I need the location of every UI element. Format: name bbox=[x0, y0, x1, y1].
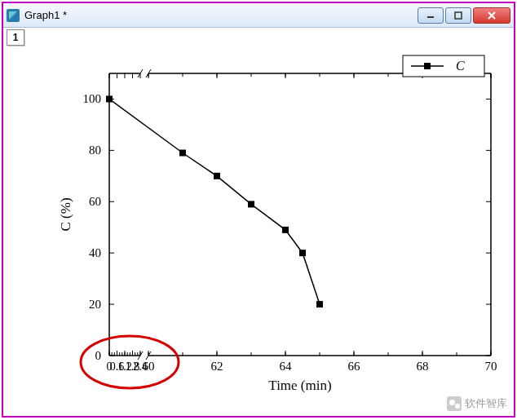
svg-text:20: 20 bbox=[89, 298, 101, 311]
svg-text:64: 64 bbox=[280, 360, 293, 373]
maximize-button[interactable] bbox=[445, 7, 471, 24]
layer-tab-1[interactable]: 1 bbox=[7, 29, 24, 46]
svg-rect-107 bbox=[299, 250, 306, 256]
svg-text:68: 68 bbox=[417, 360, 429, 373]
svg-text:70: 70 bbox=[485, 360, 497, 373]
client-area: 1 02040608010000.61.21.82.4606264666870T… bbox=[3, 28, 514, 416]
svg-text:60: 60 bbox=[143, 360, 155, 373]
svg-text:100: 100 bbox=[83, 92, 102, 105]
svg-text:0: 0 bbox=[95, 349, 102, 362]
svg-text:40: 40 bbox=[89, 246, 101, 259]
svg-text:80: 80 bbox=[89, 144, 101, 157]
svg-rect-105 bbox=[248, 201, 254, 207]
svg-rect-104 bbox=[214, 173, 220, 179]
svg-rect-111 bbox=[424, 63, 431, 69]
svg-text:66: 66 bbox=[348, 360, 361, 373]
svg-text:60: 60 bbox=[89, 195, 101, 208]
svg-text:62: 62 bbox=[211, 360, 223, 373]
svg-rect-106 bbox=[282, 227, 289, 233]
close-button[interactable] bbox=[473, 7, 510, 24]
watermark-text: 软件智库 bbox=[465, 396, 507, 411]
watermark: 软件智库 bbox=[447, 396, 507, 411]
minimize-button[interactable] bbox=[418, 7, 444, 24]
window-controls bbox=[418, 7, 510, 24]
titlebar[interactable]: Graph1 * bbox=[3, 3, 514, 28]
wechat-icon bbox=[447, 396, 462, 411]
plot-area[interactable]: 02040608010000.61.21.82.4606264666870Tim… bbox=[3, 28, 514, 416]
svg-rect-102 bbox=[106, 95, 113, 102]
svg-text:C: C bbox=[456, 59, 465, 73]
svg-rect-103 bbox=[179, 150, 186, 157]
window-title: Graph1 * bbox=[24, 9, 418, 21]
legend: C bbox=[403, 55, 484, 77]
svg-rect-1 bbox=[455, 12, 462, 19]
app-window: Graph1 * 1 02040608010000.61.21.82.46062… bbox=[2, 2, 515, 418]
app-icon bbox=[7, 9, 20, 22]
svg-text:Time (min): Time (min) bbox=[268, 378, 331, 393]
svg-text:C (%): C (%) bbox=[58, 197, 73, 231]
svg-rect-108 bbox=[316, 301, 323, 307]
